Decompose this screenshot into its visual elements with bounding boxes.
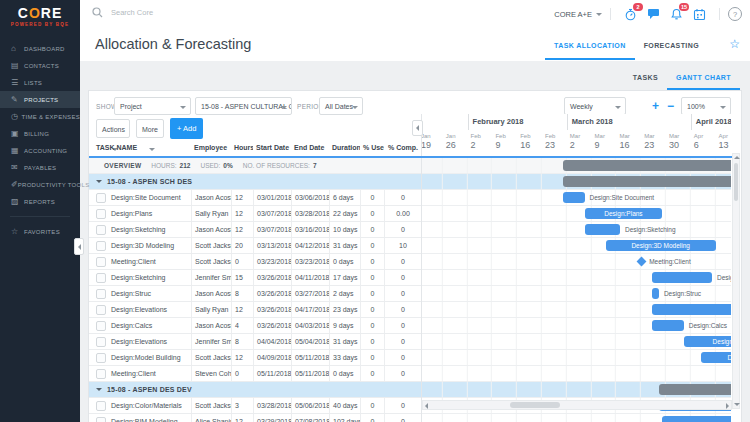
actions-button[interactable]: Actions	[96, 119, 130, 138]
row-checkbox[interactable]	[96, 289, 106, 299]
sidebar-item-lists[interactable]: ☰LISTS	[0, 74, 80, 91]
chevron-left-icon	[416, 125, 419, 131]
sidebar-collapse-handle[interactable]	[74, 238, 84, 255]
row-checkbox[interactable]	[96, 193, 106, 203]
scroll-up-arrow[interactable]	[734, 156, 740, 159]
row-checkbox[interactable]	[96, 257, 106, 267]
panel-collapse-handle[interactable]	[412, 120, 423, 136]
tab-task-allocation[interactable]: TASK ALLOCATION	[545, 30, 635, 60]
sidebar-item-projects[interactable]: ✎PROJECTS	[0, 91, 80, 108]
sidebar-item-time-expenses[interactable]: ◷TIME & EXPENSES	[0, 108, 80, 125]
gantt-group-bar[interactable]	[563, 160, 731, 171]
column-header-comp[interactable]: % Comp.	[384, 139, 421, 156]
project-select[interactable]: 15-08 - ASPEN CULTURAL CE...	[195, 97, 292, 115]
sidebar-item-productivity-tools[interactable]: ✐PRODUCTIVITY TOOLS	[0, 176, 80, 193]
group-row[interactable]: 15-08 - ASPEN DES DEV	[89, 382, 421, 398]
sidebar-item-favorites[interactable]: ☆FAVORITES	[0, 223, 80, 240]
tab-gantt-chart[interactable]: GANTT CHART	[667, 74, 740, 90]
start-date-cell: 03/07/2018	[253, 206, 291, 221]
sidebar-item-contacts[interactable]: ▤CONTACTS	[0, 57, 80, 74]
sidebar-item-reports[interactable]: ▨REPORTS	[0, 193, 80, 210]
duration-cell: 2 days	[329, 286, 360, 301]
employee-cell: Jason Acosta	[191, 318, 231, 333]
sidebar-item-accounting[interactable]: ▦ACCOUNTING	[0, 142, 80, 159]
chevron-down-icon	[96, 388, 102, 391]
timer-button[interactable]: 2	[623, 7, 638, 22]
column-header-end-date[interactable]: End Date	[291, 139, 329, 156]
week-day: 30	[669, 140, 693, 151]
period-select[interactable]: All Dates	[319, 97, 363, 115]
column-header-used[interactable]: % Used	[360, 139, 384, 156]
zoom-level-select[interactable]: 100%	[681, 97, 731, 115]
vertical-scroll-thumb[interactable]	[734, 163, 738, 201]
group-row[interactable]: 15-08 - ASPEN SCH DES	[89, 174, 421, 190]
company-name: CORE A+E	[554, 10, 592, 19]
row-checkbox[interactable]	[96, 369, 106, 379]
duration-cell: 10 days	[329, 222, 360, 237]
favorite-star-icon[interactable]: ☆	[729, 37, 740, 51]
company-switcher[interactable]: CORE A+E	[554, 10, 602, 19]
interval-select[interactable]: Weekly	[564, 97, 626, 115]
end-date-cell: 05/04/2018	[291, 334, 329, 349]
zoom-out-button[interactable]: −	[667, 97, 674, 115]
show-select[interactable]: Project	[114, 97, 191, 115]
sidebar-item-payables[interactable]: ✉PAYABLES	[0, 159, 80, 176]
gantt-task-bar[interactable]	[652, 288, 659, 299]
row-checkbox[interactable]	[96, 417, 106, 422]
row-checkbox[interactable]	[96, 241, 106, 251]
gantt-task-bar[interactable]	[652, 320, 684, 331]
horizontal-scroll-thumb[interactable]	[510, 402, 560, 408]
gantt-task-bar[interactable]	[652, 272, 712, 283]
column-header-task-name[interactable]: TASK NAME	[89, 139, 191, 156]
week-month: Jan	[446, 132, 470, 140]
gantt-group-bar[interactable]: 15-08 - Aspen Des Dev	[659, 384, 731, 395]
scroll-down-arrow[interactable]	[734, 403, 740, 406]
add-button[interactable]: + Add	[170, 118, 203, 139]
column-header-employee[interactable]: Employee	[191, 139, 231, 156]
gantt-task-bar[interactable]: Design:Model Building	[701, 352, 731, 363]
column-header-duration[interactable]: Duration	[329, 139, 360, 156]
task-name: Design:Model Building	[111, 354, 181, 361]
billing-icon: ▣	[11, 125, 24, 142]
tab-forecasting[interactable]: FORECASTING	[635, 30, 708, 60]
gantt-task-bar[interactable]: Design:3D Modeling	[606, 240, 716, 251]
column-header-hours[interactable]: Hours	[231, 139, 253, 156]
topbar-right: CORE A+E 2 15 ?	[554, 0, 742, 28]
sidebar-item-label: LISTS	[24, 80, 42, 86]
gantt-task-bar[interactable]	[563, 192, 584, 203]
row-checkbox[interactable]	[96, 225, 106, 235]
notifications-button[interactable]: 15	[669, 7, 684, 22]
row-checkbox[interactable]	[96, 401, 106, 411]
messages-button[interactable]	[646, 7, 661, 22]
time-expenses-icon: ◷	[11, 108, 21, 125]
row-checkbox[interactable]	[96, 209, 106, 219]
tab-tasks[interactable]: TASKS	[624, 74, 667, 90]
gantt-task-bar[interactable]: Design:BIM Modeling	[662, 416, 731, 422]
row-checkbox[interactable]	[96, 353, 106, 363]
help-button[interactable]: ?	[728, 7, 742, 21]
row-checkbox[interactable]	[96, 337, 106, 347]
zoom-in-button[interactable]: +	[652, 97, 659, 115]
more-button[interactable]: More	[136, 119, 164, 138]
gantt-task-bar[interactable]: Design:Elevations	[684, 336, 731, 347]
scroll-right-arrow[interactable]	[726, 403, 729, 409]
calendar-button[interactable]	[692, 7, 707, 22]
horizontal-scrollbar[interactable]	[422, 400, 732, 410]
sidebar-item-billing[interactable]: ▣BILLING	[0, 125, 80, 142]
milestone-marker[interactable]	[636, 257, 646, 267]
scroll-left-arrow[interactable]	[425, 403, 428, 409]
sidebar-item-dashboard[interactable]: ⌂DASHBOARD	[0, 40, 80, 57]
search-input[interactable]	[109, 7, 233, 18]
gantt-bar-label: Design:Calcs	[689, 318, 727, 333]
gantt-task-bar[interactable]: Design:Plans	[585, 208, 663, 219]
row-checkbox[interactable]	[96, 305, 106, 315]
gantt-task-bar[interactable]	[652, 304, 731, 315]
gantt-task-bar[interactable]	[585, 224, 620, 235]
row-checkbox[interactable]	[96, 321, 106, 331]
gantt-group-bar[interactable]: 15-08 - Aspen Sch Des	[563, 176, 731, 187]
chat-bubble-icon	[647, 8, 660, 20]
vertical-scrollbar[interactable]	[732, 153, 740, 409]
gantt-row: Design:Struc	[422, 286, 731, 302]
column-header-start-date[interactable]: Start Date	[253, 139, 291, 156]
row-checkbox[interactable]	[96, 273, 106, 283]
